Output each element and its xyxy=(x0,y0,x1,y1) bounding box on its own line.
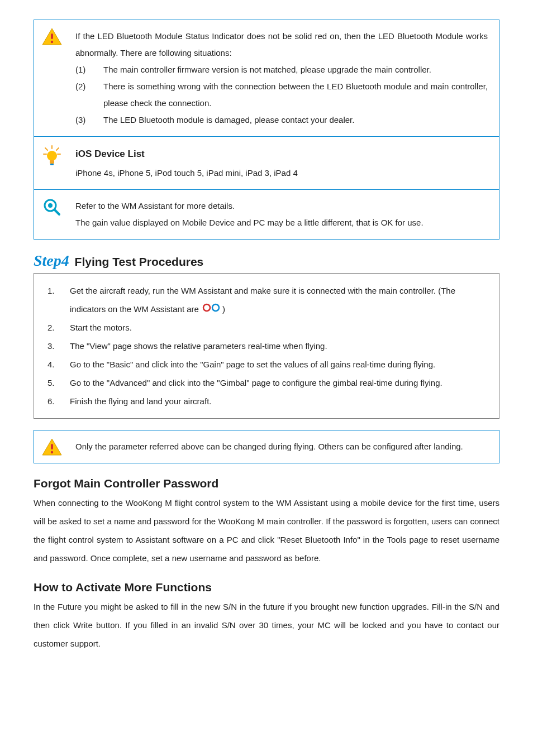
procedure-num: 6. xyxy=(47,392,70,410)
procedure-item: 4. Go to the "Basic" and click into the … xyxy=(47,355,488,374)
warning-icon xyxy=(34,430,70,456)
forgot-body: When connecting to the WooKong M flight … xyxy=(34,494,499,567)
activate-heading: How to Activate More Functions xyxy=(34,581,499,594)
procedure-text: Finish the flying and land your aircraft… xyxy=(70,392,488,410)
situation-num: (1) xyxy=(75,61,103,78)
tip-row: iOS Device List iPhone 4s, iPhone 5, iPo… xyxy=(34,136,499,189)
svg-line-13 xyxy=(55,210,59,214)
svg-point-8 xyxy=(47,151,57,161)
warning-content: If the LED Bluetooth Module Status Indic… xyxy=(70,20,499,136)
indicator-icons xyxy=(201,303,222,312)
procedure-text: The "View" page shows the relative param… xyxy=(70,337,488,355)
situation-num: (3) xyxy=(75,112,103,128)
situation-item: (1) The main controller firmware version… xyxy=(75,61,488,78)
svg-rect-17 xyxy=(51,444,53,449)
procedure-num: 4. xyxy=(47,355,70,374)
svg-rect-10 xyxy=(50,164,54,165)
reference-row: Refer to the WM Assistant for more detai… xyxy=(34,189,499,239)
info-panel: If the LED Bluetooth Module Status Indic… xyxy=(34,20,499,240)
situation-text: The LED Bluetooth module is damaged, ple… xyxy=(103,112,488,128)
reference-line-1: Refer to the WM Assistant for more detai… xyxy=(75,198,488,214)
step4-heading: Step4 Flying Test Procedures xyxy=(34,252,499,270)
step-title-rest: Flying Test Procedures xyxy=(72,255,204,268)
procedure-num: 3. xyxy=(47,337,70,355)
situation-item: (2) There is something wrong with the co… xyxy=(75,78,488,112)
procedure-item: 5. Go to the "Advanced" and click into t… xyxy=(47,374,488,392)
svg-rect-1 xyxy=(51,34,53,39)
note-panel: Only the parameter referred above can be… xyxy=(34,430,499,463)
svg-line-5 xyxy=(56,148,59,150)
svg-point-14 xyxy=(203,304,210,311)
procedure-item: 2. Start the motors. xyxy=(47,318,488,337)
procedure-text: Get the aircraft ready, run the WM Assis… xyxy=(70,281,488,318)
ios-devices: iPhone 4s, iPhone 5, iPod touch 5, iPad … xyxy=(75,165,488,181)
forgot-heading: Forgot Main Controller Password xyxy=(34,477,499,490)
procedure-item: 6. Finish the flying and land your aircr… xyxy=(47,392,488,410)
reference-icon xyxy=(34,190,70,217)
reference-line-2: The gain value displayed on Mobile Devic… xyxy=(75,214,488,231)
svg-point-15 xyxy=(212,304,219,311)
bulb-icon xyxy=(34,137,70,167)
situation-list: (1) The main controller firmware version… xyxy=(75,61,488,128)
step-label: Step4 xyxy=(34,252,69,269)
situation-text: There is something wrong with the connec… xyxy=(103,78,488,112)
svg-point-12 xyxy=(48,203,53,208)
reference-content: Refer to the WM Assistant for more detai… xyxy=(70,190,499,239)
procedure-1-pre: Get the aircraft ready, run the WM Assis… xyxy=(70,286,455,314)
situation-num: (2) xyxy=(75,78,103,95)
procedure-text: Go to the "Basic" and click into the "Ga… xyxy=(70,355,488,374)
procedure-text: Go to the "Advanced" and click into the … xyxy=(70,374,488,392)
procedure-num: 5. xyxy=(47,374,70,392)
svg-rect-9 xyxy=(50,160,54,164)
situation-item: (3) The LED Bluetooth module is damaged,… xyxy=(75,112,488,128)
warning-intro: If the LED Bluetooth Module Status Indic… xyxy=(75,28,488,61)
svg-point-18 xyxy=(51,451,53,453)
procedure-item: 1. Get the aircraft ready, run the WM As… xyxy=(47,281,488,318)
tip-content: iOS Device List iPhone 4s, iPhone 5, iPo… xyxy=(70,137,499,189)
procedure-1-post: ) xyxy=(222,304,225,314)
note-row: Only the parameter referred above can be… xyxy=(34,430,499,463)
procedure-item: 3. The "View" page shows the relative pa… xyxy=(47,337,488,355)
situation-text: The main controller firmware version is … xyxy=(103,61,488,78)
procedure-box: 1. Get the aircraft ready, run the WM As… xyxy=(34,273,499,419)
activate-body: In the Future you might be asked to fill… xyxy=(34,597,499,653)
note-text: Only the parameter referred above can be… xyxy=(70,430,499,463)
warning-icon xyxy=(34,20,70,46)
document-page: If the LED Bluetooth Module Status Indic… xyxy=(0,0,533,756)
warning-row: If the LED Bluetooth Module Status Indic… xyxy=(34,20,499,136)
ios-heading: iOS Device List xyxy=(75,145,488,164)
procedure-text: Start the motors. xyxy=(70,318,488,337)
svg-line-4 xyxy=(45,148,47,150)
svg-point-2 xyxy=(51,41,53,43)
procedure-num: 2. xyxy=(47,318,70,337)
procedure-num: 1. xyxy=(47,281,70,300)
